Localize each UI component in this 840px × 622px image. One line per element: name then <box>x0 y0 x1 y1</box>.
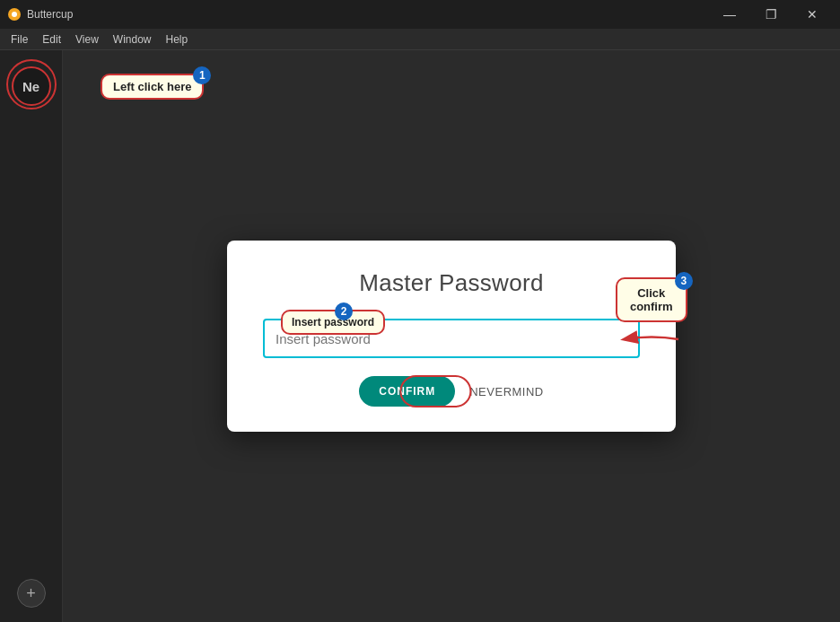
modal-title: Master Password <box>359 269 543 297</box>
main-area: Ne 1 Left click here + Master Password 2… <box>0 50 840 622</box>
content-area: Master Password 2 Insert password CONFIR… <box>63 50 840 622</box>
sidebar: Ne 1 Left click here + <box>0 50 63 622</box>
avatar[interactable]: Ne <box>12 66 51 106</box>
menu-file[interactable]: File <box>4 31 35 48</box>
nevermind-button[interactable]: NEVERMIND <box>469 385 544 399</box>
maximize-button[interactable]: ❐ <box>750 0 792 29</box>
minimize-button[interactable]: — <box>709 0 750 29</box>
app-title: Buttercup <box>27 8 73 21</box>
add-vault-button[interactable]: + <box>17 579 46 608</box>
menubar: File Edit View Window Help <box>0 29 840 50</box>
step3-badge: 3 <box>675 272 693 290</box>
confirm-button[interactable]: CONFIRM <box>359 376 455 407</box>
password-input[interactable] <box>263 319 640 358</box>
titlebar: Buttercup — ❐ ✕ <box>0 0 840 29</box>
step3-bubble: 3 Clickconfirm <box>616 277 687 322</box>
menu-view[interactable]: View <box>68 31 106 48</box>
close-button[interactable]: ✕ <box>792 0 833 29</box>
titlebar-controls: — ❐ ✕ <box>709 0 833 29</box>
titlebar-left: Buttercup <box>7 7 73 22</box>
menu-help[interactable]: Help <box>159 31 196 48</box>
modal-buttons: CONFIRM NEVERMIND 3 Clickconfirm <box>359 376 544 407</box>
password-input-container: 2 Insert password <box>263 319 640 358</box>
menu-edit[interactable]: Edit <box>35 31 68 48</box>
menu-window[interactable]: Window <box>106 31 159 48</box>
step2-badge: 2 <box>335 302 353 320</box>
svg-point-1 <box>12 12 17 17</box>
master-password-modal: Master Password 2 Insert password CONFIR… <box>227 241 676 432</box>
app-icon <box>7 7 22 22</box>
